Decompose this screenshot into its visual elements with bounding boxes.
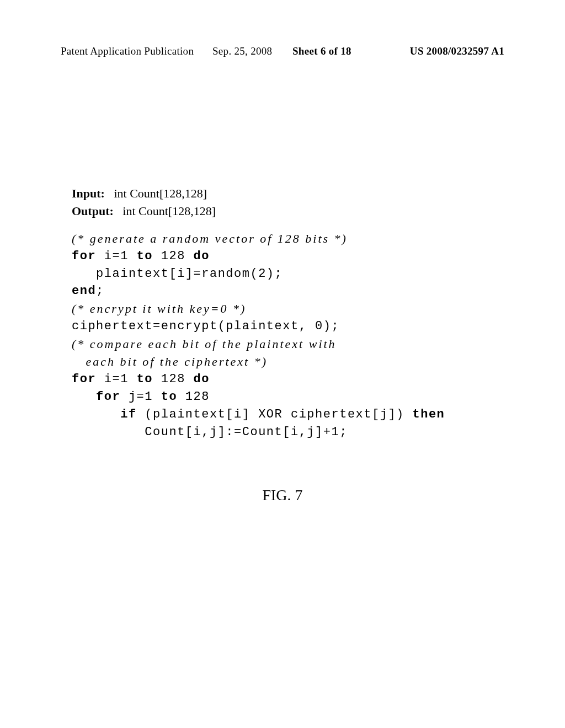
code-text: ; bbox=[96, 284, 104, 298]
keyword-do: do bbox=[194, 249, 210, 263]
output-line: Output: int Count[128,128] bbox=[72, 202, 445, 220]
header-date: Sep. 25, 2008 bbox=[212, 45, 272, 57]
output-label: Output: bbox=[72, 204, 114, 218]
page-header: Patent Application Publication Sep. 25, … bbox=[0, 45, 565, 57]
keyword-to: to bbox=[161, 390, 177, 404]
keyword-for: for bbox=[72, 390, 120, 404]
comment-encrypt: (* encrypt it with key=0 *) bbox=[72, 300, 445, 318]
keyword-for: for bbox=[72, 372, 96, 386]
output-value-text: int Count[128,128] bbox=[122, 204, 216, 218]
keyword-to: to bbox=[137, 249, 153, 263]
ciphertext-line: ciphertext=encrypt(plaintext, 0); bbox=[72, 318, 445, 335]
code-text: i=1 bbox=[96, 249, 137, 263]
for-loop-1: for i=1 to 128 do bbox=[72, 248, 445, 265]
for-loop-3: for j=1 to 128 bbox=[72, 388, 445, 406]
keyword-to: to bbox=[137, 372, 153, 386]
keyword-for: for bbox=[72, 249, 96, 263]
comment-compare-1: (* compare each bit of the plaintext wit… bbox=[72, 335, 445, 353]
output-value bbox=[116, 204, 122, 218]
input-line: Input: int Count[128,128] bbox=[72, 185, 445, 202]
keyword-end: end bbox=[72, 284, 96, 298]
code-text: i=1 bbox=[96, 372, 137, 386]
keyword-do: do bbox=[194, 372, 210, 386]
header-sheet: Sheet 6 of 18 bbox=[292, 45, 351, 57]
end-line: end; bbox=[72, 282, 445, 300]
comment-generate: (* generate a random vector of 128 bits … bbox=[72, 230, 445, 248]
header-patent-number: US 2008/0232597 A1 bbox=[410, 45, 504, 57]
input-label: Input: bbox=[72, 186, 105, 200]
if-line: if (plaintext[i] XOR ciphertext[j]) then bbox=[72, 406, 445, 424]
figure-caption: FIG. 7 bbox=[0, 486, 565, 504]
header-publication: Patent Application Publication bbox=[61, 45, 194, 57]
count-line: Count[i,j]:=Count[i,j]+1; bbox=[72, 424, 445, 441]
code-text: (plaintext[i] XOR ciphertext[j]) bbox=[137, 408, 413, 421]
code-text: 128 bbox=[177, 390, 210, 404]
code-block: Input: int Count[128,128] Output: int Co… bbox=[72, 185, 445, 441]
plaintext-assign: plaintext[i]=random(2); bbox=[72, 265, 445, 283]
for-loop-2: for i=1 to 128 do bbox=[72, 371, 445, 388]
keyword-then: then bbox=[413, 408, 445, 421]
code-text: 128 bbox=[153, 249, 194, 263]
input-value-text: int Count[128,128] bbox=[114, 186, 207, 200]
input-value bbox=[108, 186, 114, 200]
keyword-if: if bbox=[72, 408, 137, 421]
code-text: 128 bbox=[153, 372, 194, 386]
code-text: j=1 bbox=[120, 390, 161, 404]
comment-compare-2: each bit of the ciphertext *) bbox=[72, 353, 445, 371]
